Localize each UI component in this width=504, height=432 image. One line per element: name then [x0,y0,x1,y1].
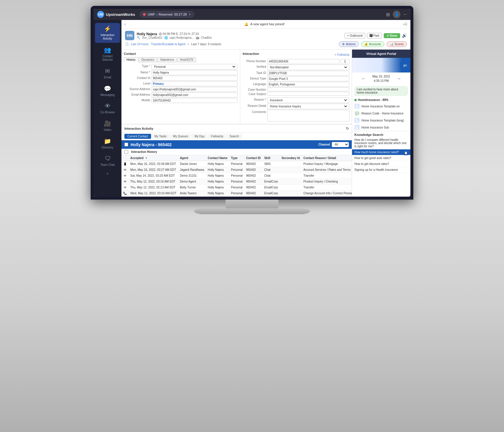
row-reason: Product Inquiry / Savings Account [302,196,352,197]
reason-select[interactable]: Insurance [269,98,348,102]
sound-button[interactable]: 🔊 [402,33,407,38]
sidebar-item-interaction-activity[interactable]: ⚡ Interaction Activity [95,23,120,43]
history-title-text: Interaction History [131,150,157,153]
col-accepted[interactable]: Accepted ▼ [128,155,178,161]
vap-item-3[interactable]: 📄 Home Insurance Template (long) [352,117,410,124]
source-field[interactable]: capi://hollynajera002@gmail.com [151,87,238,92]
col-contactid[interactable]: Contact ID [244,155,263,161]
tab-host[interactable]: Host/3270 [177,57,196,62]
sidebar-item-email[interactable]: ✉ Email [95,65,120,82]
doc-icon-3: 📄 [354,118,360,123]
table-row: 📱 Mon, May 16, 2022, 03:38 AM EDT Daniel… [121,161,352,167]
user-avatar[interactable]: 👤 [393,11,400,18]
history-table: Accepted ▼ Agent Contact Name Type Conta… [121,155,352,197]
contact-selector-icon: 👥 [104,46,111,53]
left-sidebar: ⚡ Interaction Activity 👥 Contact Selecto… [94,20,121,197]
history-checkbox[interactable] [124,150,128,154]
last24-label[interactable]: Last 24 hours [131,43,149,46]
col-secondary-id[interactable]: Secondary Id [280,155,302,161]
type-field[interactable]: Personal [151,64,238,70]
tab-my-queues[interactable]: My Queues [170,134,191,139]
menu-icon[interactable]: ☰ [405,22,407,26]
sidebar-item-contact-selector[interactable]: 👥 Contact Selector [95,44,120,64]
level-label: Level [124,81,150,86]
vap-item-4[interactable]: 📄 Home Insurance Sub [352,124,410,131]
row-secondary-id [280,196,302,197]
comments-field[interactable] [267,110,349,122]
scores-button[interactable]: 📊 Scores [387,41,407,47]
sidebar-item-video[interactable]: 🎥 Video [95,118,120,134]
col-contact-name[interactable]: Contact Name [206,155,229,161]
type-select[interactable]: Personal [153,65,236,69]
sidebar-item-co-browse[interactable]: 👁 Co-Browse [95,100,120,117]
channel-select: Channel All [319,142,349,147]
park-button[interactable]: 🅿 Park [367,33,382,38]
knowledge-item-4[interactable]: How to get discount rates? [352,161,410,167]
accounts-button[interactable]: 💰 Accounts [361,41,384,47]
activity-title: Interaction Activity [124,127,153,130]
reason-detail-select[interactable]: Home Insurance Inquiry [269,104,348,108]
name-field[interactable]: Holly Najera [151,70,238,75]
col-agent[interactable]: Agent [178,155,206,161]
col-skill[interactable]: Skill [263,155,280,161]
col-reason[interactable]: Contact Reason / Detail [302,155,352,161]
grid-icon[interactable]: ⊞ [386,12,390,17]
sidebar-item-label: Messaging [100,93,114,97]
clock-icon: 🕐 [125,43,128,46]
tab-followup[interactable]: FollowUp [208,134,226,139]
activity-header: Interaction Activity ↻ [121,125,352,133]
table-header-row: Accepted ▼ Agent Contact Name Type Conta… [121,155,352,161]
email-field[interactable]: hollynajera002@gmail.com [151,92,238,97]
followup-button[interactable]: + FollowUp [335,53,349,56]
status-pill[interactable]: UWF – Reserved 00:27:28 ▼ [140,11,194,18]
channel-dropdown[interactable]: All [332,142,349,147]
tab-my-tasks[interactable]: My Tasks [152,134,170,139]
sidebar-item-directory[interactable]: 📁 Directory [95,135,120,152]
tab-history[interactable]: History [124,57,138,62]
vap-item-1[interactable]: 📄 Home Insurance Template en [352,103,410,110]
minimize-icon[interactable]: — [403,12,407,16]
tab-my-day[interactable]: My Day [192,134,207,139]
actions-button[interactable]: ⚙ Actions [339,41,359,47]
done-button[interactable]: ✔ Done [384,33,400,38]
accounts-icon: 💰 [364,43,368,46]
video-icon: 🎥 [104,120,111,127]
knowledge-item-3[interactable]: How to get good auto rates? [352,155,410,161]
table-row: ✉ Thu, May 12, 2022, 03:16 AM EDT Demo A… [121,179,352,185]
vap-item-2[interactable]: 💬 Reason Code - Home Insurance [352,110,410,117]
knowledge-item-2[interactable]: How much home insurance need? 📋 [352,149,410,155]
tab-salesforce[interactable]: Salesforce [158,57,177,62]
contact-header: HN Holly Najera @ 04:08 PM E: 27:24 H: 2… [121,28,410,50]
outbound-button[interactable]: + Outbound [344,33,365,38]
svc-label: 🔧 [137,36,140,39]
go-button[interactable]: go [400,63,410,68]
logo-area: UW UpstreamWorks [97,11,135,18]
row-type: Personal [229,161,244,167]
status-label: UWF – Reserved [148,13,172,16]
sidebar-item-label: Team Chat [100,163,114,167]
sidebar-item-label: Co-Browse [100,111,115,114]
verified-select[interactable]: Not Attempted [269,65,348,69]
history-header: Interaction History [121,149,352,155]
transfer-label[interactable]: Transfer/Escalate to Agent [151,43,185,46]
tab-dynamics[interactable]: Dynamics [139,57,157,62]
sidebar-item-messaging[interactable]: 💬 Messaging [95,83,120,99]
knowledge-item-1[interactable]: How do I compare different health insura… [352,137,410,149]
row-secondary-id [280,167,302,173]
status-timer: 00:27:28 [174,13,187,16]
quantity-field[interactable]: 1 [341,59,349,64]
select-all-checkbox[interactable] [124,143,128,146]
sidebar-expand-icon[interactable]: ▾ [106,171,109,176]
sidebar-item-team-chat[interactable]: 🗨 Team Chat [95,153,120,169]
col-type[interactable]: Type [229,155,244,161]
tab-current-contact[interactable]: Current Contact [124,134,151,139]
row-reason: Product Inquiry / Checking [302,179,352,185]
table-row: ✉ Tue, May 10, 2022, 03:11 AM EDT Harold… [121,196,352,197]
mobile-field[interactable]: 16475190442 [151,98,238,103]
tab-search[interactable]: Search [227,134,242,139]
knowledge-item-5[interactable]: Signing up for a Health Insurance [352,167,410,173]
next-nav-arrow[interactable]: → [397,76,401,81]
row-type: Personal [229,185,244,190]
prev-nav-arrow[interactable]: ← [361,76,366,81]
refresh-icon[interactable]: ↻ [346,126,349,131]
